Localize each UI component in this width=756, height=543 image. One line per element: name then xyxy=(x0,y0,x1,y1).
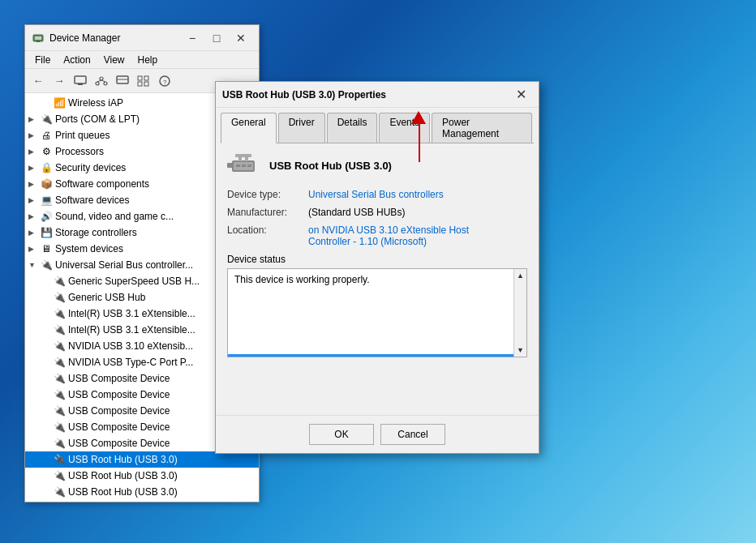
svg-rect-15 xyxy=(144,82,148,86)
tree-icon: 📦 xyxy=(40,177,53,190)
tab-driver[interactable]: Driver xyxy=(278,113,325,143)
tree-icon: 🔌 xyxy=(40,259,53,272)
minimize-button[interactable]: − xyxy=(181,30,204,46)
tree-label: Intel(R) USB 3.1 eXtensible... xyxy=(68,324,195,336)
dialog-title: USB Root Hub (USB 3.0) Properties xyxy=(222,89,509,100)
menu-bar: File Action View Help xyxy=(25,51,259,69)
svg-rect-4 xyxy=(78,83,83,85)
tree-label: USB Composite Device xyxy=(68,389,170,400)
network-btn[interactable] xyxy=(92,71,111,91)
expand-icon: ▶ xyxy=(28,115,40,123)
cancel-button[interactable]: Cancel xyxy=(380,424,445,445)
device-type-value: Universal Serial Bus controllers xyxy=(308,189,527,200)
svg-line-9 xyxy=(101,80,105,82)
tree-icon: 🔒 xyxy=(40,161,53,174)
svg-rect-19 xyxy=(227,163,233,168)
tab-events[interactable]: Events xyxy=(379,113,430,143)
tree-label: USB Root Hub (USB 3.0) xyxy=(68,486,178,498)
expand-icon: ▶ xyxy=(28,196,40,204)
tree-item-usb14[interactable]: 🔌USB Root Hub (USB 3.0) xyxy=(25,484,259,500)
svg-rect-3 xyxy=(75,76,86,83)
dialog-tab-bar: GeneralDriverDetailsEventsPower Manageme… xyxy=(216,108,539,143)
ok-button[interactable]: OK xyxy=(309,424,374,445)
help-btn[interactable]: ? xyxy=(155,71,174,91)
expand-icon: ▼ xyxy=(28,261,40,269)
tree-icon: 🔌 xyxy=(53,388,66,401)
computer-icon-btn[interactable] xyxy=(71,71,90,91)
back-button[interactable]: ← xyxy=(28,71,48,91)
svg-point-5 xyxy=(100,77,103,80)
tree-item-usb13[interactable]: 🔌USB Root Hub (USB 3.0) xyxy=(25,468,259,484)
device-manager-titlebar: Device Manager − □ ✕ xyxy=(25,25,259,51)
status-scrollbar: ▲ ▼ xyxy=(513,269,526,357)
dialog-close-button[interactable]: ✕ xyxy=(509,86,532,104)
svg-rect-26 xyxy=(247,165,251,167)
tree-icon: 🔌 xyxy=(53,291,66,304)
tree-icon: 🔌 xyxy=(53,485,66,498)
device-status-text: This device is working properly. xyxy=(234,274,370,285)
dialog-footer: OK Cancel xyxy=(216,415,539,453)
tab-details[interactable]: Details xyxy=(327,113,378,143)
dialog-content: USB Root Hub (USB 3.0) Device type: Univ… xyxy=(216,143,539,367)
tree-icon: ⚙ xyxy=(40,145,53,158)
svg-rect-24 xyxy=(236,165,240,167)
tree-label: Software devices xyxy=(55,195,129,206)
tree-icon: 🔌 xyxy=(53,469,66,482)
tree-label: System devices xyxy=(55,243,123,254)
device-manager-icon xyxy=(32,32,45,45)
status-progress-bar xyxy=(228,354,513,357)
window-controls: − □ ✕ xyxy=(181,30,252,46)
device-status-box: This device is working properly. ▲ ▼ xyxy=(227,268,527,357)
tree-label: USB Root Hub (USB 3.0) xyxy=(68,454,178,465)
manufacturer-value: (Standard USB HUBs) xyxy=(308,207,527,218)
tab-power-management[interactable]: Power Management xyxy=(432,113,532,143)
expand-icon: ▶ xyxy=(28,245,40,253)
tree-label: Software components xyxy=(55,178,149,190)
tree-label: Generic SuperSpeed USB H... xyxy=(68,276,200,287)
tree-label: Storage controllers xyxy=(55,227,137,238)
device-name: USB Root Hub (USB 3.0) xyxy=(269,160,392,172)
expand-icon: ▶ xyxy=(28,180,40,188)
svg-rect-12 xyxy=(138,76,142,80)
expand-icon: ▶ xyxy=(28,148,40,156)
tree-icon: 🔌 xyxy=(53,356,66,369)
location-label: Location: xyxy=(227,224,308,247)
tree-item-usb12[interactable]: 🔌USB Root Hub (USB 3.0) xyxy=(25,451,259,468)
device-status-section: Device status This device is working pro… xyxy=(227,254,527,357)
tree-icon: 🔌 xyxy=(53,307,66,320)
tree-label: Sound, video and game c... xyxy=(55,211,174,222)
maximize-button[interactable]: □ xyxy=(205,30,228,46)
view-btn[interactable] xyxy=(134,71,153,91)
tree-icon: 🖥 xyxy=(40,242,53,255)
svg-rect-21 xyxy=(245,157,248,161)
svg-rect-2 xyxy=(37,41,40,42)
scroll-down-arrow[interactable]: ▼ xyxy=(514,344,527,357)
tree-icon: 🔌 xyxy=(53,453,66,466)
tree-icon: 🖨 xyxy=(40,129,53,142)
expand-icon: ▶ xyxy=(28,164,40,172)
tree-label: Universal Serial Bus controller... xyxy=(55,259,193,271)
tree-icon: 🔌 xyxy=(40,113,53,126)
tree-icon: 📶 xyxy=(53,96,66,109)
scroll-up-arrow[interactable]: ▲ xyxy=(514,269,527,282)
tab-general[interactable]: General xyxy=(221,113,277,143)
device-header: USB Root Hub (USB 3.0) xyxy=(227,153,527,177)
scan-btn[interactable] xyxy=(113,71,132,91)
forward-button[interactable]: → xyxy=(49,71,69,91)
manufacturer-label: Manufacturer: xyxy=(227,207,308,218)
usb-properties-dialog: USB Root Hub (USB 3.0) Properties ✕ Gene… xyxy=(215,81,539,454)
tree-icon: 🔌 xyxy=(53,437,66,450)
manufacturer-row: Manufacturer: (Standard USB HUBs) xyxy=(227,207,527,218)
menu-action[interactable]: Action xyxy=(57,53,97,67)
menu-help[interactable]: Help xyxy=(131,53,165,67)
svg-rect-14 xyxy=(138,82,142,86)
svg-point-7 xyxy=(104,82,107,85)
menu-view[interactable]: View xyxy=(97,53,131,67)
tree-label: Generic USB Hub xyxy=(68,292,145,303)
expand-icon: ▶ xyxy=(28,131,40,139)
svg-line-8 xyxy=(97,80,101,82)
menu-file[interactable]: File xyxy=(28,53,57,67)
close-button[interactable]: ✕ xyxy=(230,30,252,46)
expand-icon: ▶ xyxy=(28,212,40,220)
device-manager-title: Device Manager xyxy=(49,32,181,44)
